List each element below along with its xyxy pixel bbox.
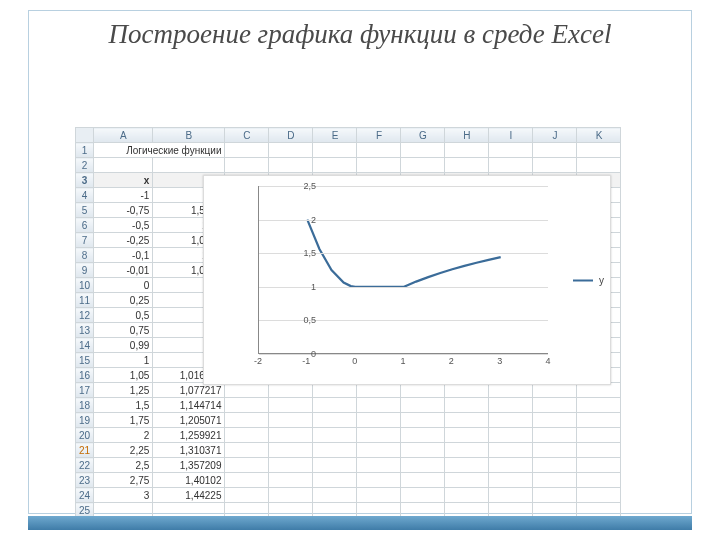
cell[interactable]: [577, 398, 621, 413]
cell[interactable]: [445, 473, 489, 488]
cell[interactable]: [313, 413, 357, 428]
cell-x[interactable]: 0,5: [94, 308, 153, 323]
cell[interactable]: [445, 413, 489, 428]
col-header[interactable]: D: [269, 128, 313, 143]
cell[interactable]: [577, 473, 621, 488]
cell[interactable]: [489, 398, 533, 413]
cell-y[interactable]: 1,259921: [153, 428, 225, 443]
row-header[interactable]: 23: [76, 473, 94, 488]
cell[interactable]: [489, 158, 533, 173]
col-header[interactable]: J: [533, 128, 577, 143]
row-header[interactable]: 14: [76, 338, 94, 353]
cell[interactable]: [401, 413, 445, 428]
col-header[interactable]: G: [401, 128, 445, 143]
row-header[interactable]: 18: [76, 398, 94, 413]
cell[interactable]: [533, 488, 577, 503]
cell-x[interactable]: 3: [94, 488, 153, 503]
cell-x[interactable]: -1: [94, 188, 153, 203]
col-header[interactable]: F: [357, 128, 401, 143]
cell[interactable]: [269, 398, 313, 413]
cell[interactable]: [533, 413, 577, 428]
cell[interactable]: [313, 428, 357, 443]
cell[interactable]: [269, 488, 313, 503]
cell[interactable]: [225, 143, 269, 158]
cell-x[interactable]: 2,75: [94, 473, 153, 488]
cell[interactable]: [533, 398, 577, 413]
cell[interactable]: [357, 488, 401, 503]
cell[interactable]: [225, 413, 269, 428]
cell[interactable]: [313, 143, 357, 158]
cell-y[interactable]: 1,205071: [153, 413, 225, 428]
row-header[interactable]: 20: [76, 428, 94, 443]
cell[interactable]: [269, 143, 313, 158]
row-header[interactable]: 1: [76, 143, 94, 158]
cell[interactable]: [313, 473, 357, 488]
cell[interactable]: [225, 158, 269, 173]
cell[interactable]: [577, 158, 621, 173]
cell[interactable]: [357, 143, 401, 158]
cell-y[interactable]: 1,40102: [153, 473, 225, 488]
row-header[interactable]: 9: [76, 263, 94, 278]
cell[interactable]: [489, 473, 533, 488]
row-header[interactable]: 8: [76, 248, 94, 263]
cell[interactable]: [401, 428, 445, 443]
row-header[interactable]: 4: [76, 188, 94, 203]
cell[interactable]: [357, 398, 401, 413]
cell[interactable]: [533, 458, 577, 473]
cell[interactable]: [313, 458, 357, 473]
cell[interactable]: [489, 443, 533, 458]
cell[interactable]: [401, 158, 445, 173]
col-header[interactable]: I: [489, 128, 533, 143]
row-header[interactable]: 21: [76, 443, 94, 458]
cell[interactable]: [445, 143, 489, 158]
row-header[interactable]: 13: [76, 323, 94, 338]
cell-x[interactable]: 1: [94, 353, 153, 368]
col-header[interactable]: B: [153, 128, 225, 143]
cell[interactable]: [225, 428, 269, 443]
cell[interactable]: [577, 428, 621, 443]
row-header[interactable]: 15: [76, 353, 94, 368]
cell[interactable]: [445, 428, 489, 443]
cell[interactable]: [445, 398, 489, 413]
cell-x[interactable]: 1,05: [94, 368, 153, 383]
cell-x[interactable]: -0,25: [94, 233, 153, 248]
embedded-chart[interactable]: y 00,511,522,5-2-101234: [203, 175, 611, 385]
cell[interactable]: [577, 488, 621, 503]
cell[interactable]: [225, 443, 269, 458]
cell[interactable]: [269, 458, 313, 473]
cell-x[interactable]: 2,5: [94, 458, 153, 473]
cell[interactable]: [577, 413, 621, 428]
cell[interactable]: [401, 443, 445, 458]
cell-x[interactable]: 0,99: [94, 338, 153, 353]
cell[interactable]: [533, 158, 577, 173]
cell-x[interactable]: -0,5: [94, 218, 153, 233]
cell[interactable]: [225, 488, 269, 503]
row-header[interactable]: 10: [76, 278, 94, 293]
row-header[interactable]: 5: [76, 203, 94, 218]
cell-x[interactable]: 0: [94, 278, 153, 293]
cell[interactable]: [401, 398, 445, 413]
cell-y[interactable]: 1,357209: [153, 458, 225, 473]
row-header[interactable]: 3: [76, 173, 94, 188]
cell-x[interactable]: 1,75: [94, 413, 153, 428]
merged-title-cell[interactable]: Логические функции: [94, 143, 225, 158]
cell[interactable]: [577, 443, 621, 458]
row-header[interactable]: 24: [76, 488, 94, 503]
cell[interactable]: [357, 443, 401, 458]
cell[interactable]: [225, 473, 269, 488]
cell[interactable]: [357, 413, 401, 428]
row-header[interactable]: 11: [76, 293, 94, 308]
cell-x[interactable]: [94, 158, 153, 173]
cell[interactable]: [269, 443, 313, 458]
cell[interactable]: [445, 458, 489, 473]
cell-x[interactable]: 1,25: [94, 383, 153, 398]
cell-y[interactable]: 1,310371: [153, 443, 225, 458]
cell[interactable]: [357, 473, 401, 488]
cell[interactable]: [489, 428, 533, 443]
cell[interactable]: [269, 158, 313, 173]
cell[interactable]: [533, 428, 577, 443]
cell[interactable]: [269, 473, 313, 488]
cell-x[interactable]: 0,25: [94, 293, 153, 308]
cell[interactable]: [489, 488, 533, 503]
row-header[interactable]: 19: [76, 413, 94, 428]
